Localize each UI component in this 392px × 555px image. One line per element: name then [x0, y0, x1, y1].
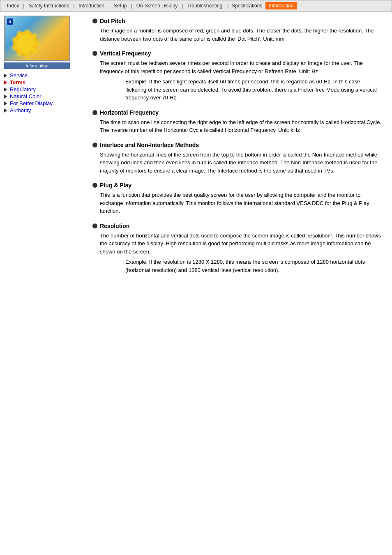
section-body-resolution: The number of horizontal and vertical do… [100, 232, 384, 256]
bullet-resolution [92, 223, 97, 228]
bullet-horizontal-freq [92, 110, 97, 115]
nav-specifications[interactable]: Specifications [228, 2, 265, 9]
sidebar-link-service[interactable]: Service [4, 72, 84, 78]
arrow-icon-service [4, 74, 7, 78]
nav-index[interactable]: Index [4, 2, 22, 9]
section-plug-play: Plug & Play This is a function that prov… [92, 182, 384, 215]
arrow-icon-better-display [4, 101, 7, 106]
nav-troubleshooting[interactable]: Troubleshooting [184, 2, 226, 9]
sidebar-nav-item-authority[interactable]: Authority [4, 107, 84, 113]
example-resolution: Example: If the resolution is 1280 X 128… [125, 258, 384, 274]
content-area: Dot Pitch The image on a monitor is comp… [88, 16, 388, 283]
section-interlace: Interlace and Non-Interlace Methods Show… [92, 142, 384, 175]
sidebar-link-authority[interactable]: Authority [4, 107, 84, 113]
bullet-interlace [92, 143, 97, 147]
section-title-vertical-freq: Vertical Frequency [92, 50, 384, 57]
bullet-vertical-freq [92, 51, 97, 56]
nav-introduction[interactable]: Introduction [75, 2, 108, 9]
bullet-dot-pitch [92, 18, 97, 23]
section-title-horizontal-freq: Horizontal Frequency [92, 109, 384, 116]
section-title-interlace: Interlace and Non-Interlace Methods [92, 142, 384, 148]
section-body-plug-play: This is a function that provides the bes… [100, 191, 384, 215]
arrow-icon-regulatory [4, 88, 7, 92]
section-body-interlace: Showing the horizontal lines of the scre… [100, 151, 384, 175]
main-container: S Information Service Terms Regulat [0, 12, 392, 288]
sidebar-image: S [4, 16, 70, 61]
arrow-icon-authority [4, 108, 7, 113]
sidebar: S Information Service Terms Regulat [4, 16, 84, 283]
sidebar-nav: Service Terms Regulatory Natural Color [4, 72, 84, 113]
sidebar-section-label: Information [4, 62, 70, 69]
sidebar-link-natural-color[interactable]: Natural Color [4, 93, 84, 99]
nav-sep-3: | [108, 3, 110, 9]
sidebar-link-better-display[interactable]: For Better Display [4, 100, 84, 106]
sidebar-nav-item-better-display[interactable]: For Better Display [4, 100, 84, 106]
section-dot-pitch: Dot Pitch The image on a monitor is comp… [92, 18, 384, 43]
example-vertical-freq: Example: If the same light repeats itsel… [125, 78, 384, 102]
section-title-resolution: Resolution [92, 223, 384, 229]
section-resolution: Resolution The number of horizontal and … [92, 223, 384, 274]
nav-sep-2: | [73, 3, 74, 9]
sidebar-nav-item-natural-color[interactable]: Natural Color [4, 93, 84, 99]
sidebar-nav-item-service[interactable]: Service [4, 72, 84, 78]
bullet-plug-play [92, 183, 97, 188]
section-body-dot-pitch: The image on a monitor is composed of re… [100, 27, 384, 43]
arrow-icon-natural-color [4, 94, 7, 99]
sidebar-link-regulatory[interactable]: Regulatory [4, 86, 84, 92]
nav-information[interactable]: Information [265, 2, 297, 9]
section-horizontal-freq: Horizontal Frequency The time to scan on… [92, 109, 384, 134]
nav-sep-6: | [226, 3, 228, 9]
arrow-icon-terms [4, 81, 7, 85]
sidebar-link-terms[interactable]: Terms [4, 79, 84, 85]
nav-sep-5: | [182, 3, 183, 9]
sidebar-nav-item-terms[interactable]: Terms [4, 79, 84, 85]
nav-osd[interactable]: On-Screen Display [133, 2, 181, 9]
nav-sep-4: | [131, 3, 132, 9]
nav-safety[interactable]: Safety Instructions [25, 2, 72, 9]
nav-bar: Index | Safety Instructions | Introducti… [0, 0, 392, 12]
section-title-dot-pitch: Dot Pitch [92, 18, 384, 24]
nav-sep-1: | [23, 3, 24, 9]
section-title-plug-play: Plug & Play [92, 182, 384, 189]
section-body-vertical-freq: The screen must be redrawn several times… [100, 59, 384, 75]
section-body-horizontal-freq: The time to scan one line connecting the… [100, 118, 384, 134]
nav-setup[interactable]: Setup [111, 2, 130, 9]
section-vertical-freq: Vertical Frequency The screen must be re… [92, 50, 384, 102]
sidebar-logo: S [7, 18, 13, 25]
sidebar-image-inner: S [5, 16, 69, 60]
sidebar-nav-item-regulatory[interactable]: Regulatory [4, 86, 84, 92]
